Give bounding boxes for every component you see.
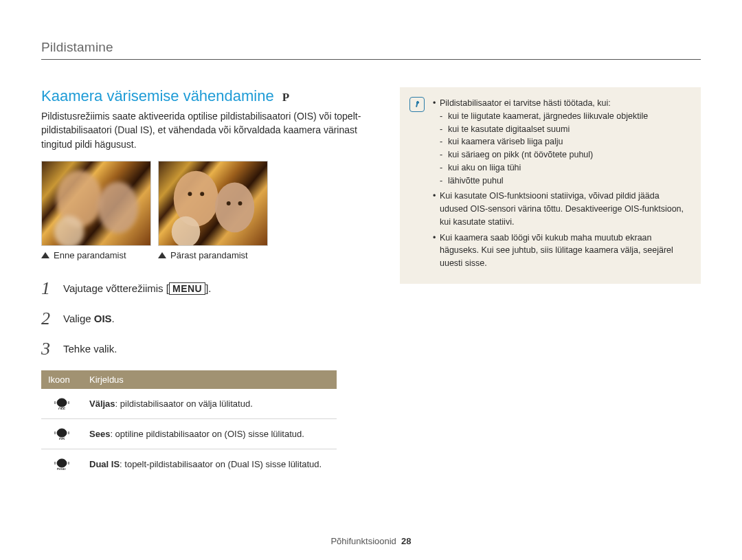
note-sub: kui aku on liiga tühi (440, 161, 690, 175)
opt-label: Sees (89, 429, 110, 439)
example-photos (41, 161, 364, 246)
page-title: Kaamera värisemise vähendamine (41, 87, 274, 105)
caption-before-text: Enne parandamist (54, 250, 126, 260)
svg-point-8 (200, 192, 204, 196)
note-sub: kui te liigutate kaamerat, järgnedes lii… (440, 110, 690, 123)
svg-point-10 (238, 201, 243, 205)
step-1-text-post: ]. (205, 282, 211, 294)
triangle-up-icon (158, 252, 166, 258)
svg-text:OIS: OIS (59, 437, 65, 440)
page-footer: Põhifunktsioonid 28 (0, 536, 742, 546)
triangle-up-icon (41, 252, 49, 258)
step-2-bold: OIS (94, 313, 112, 324)
svg-text:OFF: OFF (58, 407, 65, 410)
menu-button-label: MENU (169, 282, 205, 295)
step-1: 1 Vajutage võtterežiimis [MENU]. (41, 278, 364, 299)
opt-label: Väljas (89, 399, 115, 409)
th-icon: Ikoon (41, 370, 82, 389)
ois-on-icon: OIS (41, 418, 82, 449)
opt-desc: : optiline pildistabilisaator on (OIS) s… (110, 429, 304, 439)
note-sub: kui te kasutate digitaalset suumi (440, 123, 690, 136)
photo-after (158, 161, 268, 246)
step-3: 3 Tehke valik. (41, 339, 364, 359)
opt-label: Dual IS (89, 459, 120, 469)
step-1-text-pre: Vajutage võtterežiimis [ (63, 282, 169, 294)
step-3-text: Tehke valik. (63, 343, 117, 355)
note-line-1: Pildistabilisaator ei tarvitse hästi töö… (440, 98, 611, 108)
note-line-2: Kui kasutate OIS-funktsiooni statiiviga,… (433, 190, 690, 228)
svg-point-5 (215, 182, 254, 232)
options-table: Ikoon Kirjeldus OFF Väljas: pildistabili… (41, 370, 337, 479)
note-box: Pildistabilisaator ei tarvitse hästi töö… (400, 87, 701, 284)
th-desc: Kirjeldus (82, 370, 337, 389)
opt-desc: : topelt-pildistabilisaator on (Dual IS)… (120, 459, 322, 469)
info-icon (409, 97, 425, 112)
svg-point-2 (98, 181, 138, 233)
ois-off-icon: OFF (41, 389, 82, 419)
caption-before: Enne parandamist (41, 250, 151, 260)
table-row: DUAL Dual IS: topelt-pildistabilisaator … (41, 449, 337, 479)
note-sub: kui kaamera väriseb liiga palju (440, 135, 690, 148)
caption-after-text: Pärast parandamist (170, 250, 248, 260)
step-2-text-pre: Valige (63, 313, 94, 324)
footer-page-number: 28 (401, 536, 411, 546)
intro-paragraph: Pildistusrežiimis saate aktiveerida opti… (41, 109, 364, 151)
step-number: 2 (41, 309, 54, 329)
photo-before (41, 161, 151, 246)
step-number: 1 (41, 278, 54, 299)
svg-point-7 (188, 192, 192, 196)
note-sub: lähivõtte puhul (440, 175, 690, 188)
note-line-3: Kui kaamera saab löögi või kukub maha mu… (433, 232, 690, 270)
svg-text:DUAL: DUAL (57, 467, 67, 470)
svg-point-9 (227, 201, 231, 205)
ois-dual-icon: DUAL (41, 449, 82, 479)
note-sub: kui säriaeg on pikk (nt öövõtete puhul) (440, 148, 690, 161)
table-row: OFF Väljas: pildistabilisaator on välja … (41, 389, 337, 419)
opt-desc: : pildistabilisaator on välja lülitatud. (115, 399, 253, 409)
mode-badge-p: P (282, 91, 289, 104)
caption-after: Pärast parandamist (158, 250, 268, 260)
step-number: 3 (41, 339, 54, 359)
section-header: Pildistamine (41, 40, 701, 60)
footer-section: Põhifunktsioonid (330, 536, 396, 546)
step-2: 2 Valige OIS. (41, 309, 364, 329)
step-2-text-post: . (112, 313, 115, 324)
table-row: OIS Sees: optiline pildistabilisaator on… (41, 418, 337, 449)
